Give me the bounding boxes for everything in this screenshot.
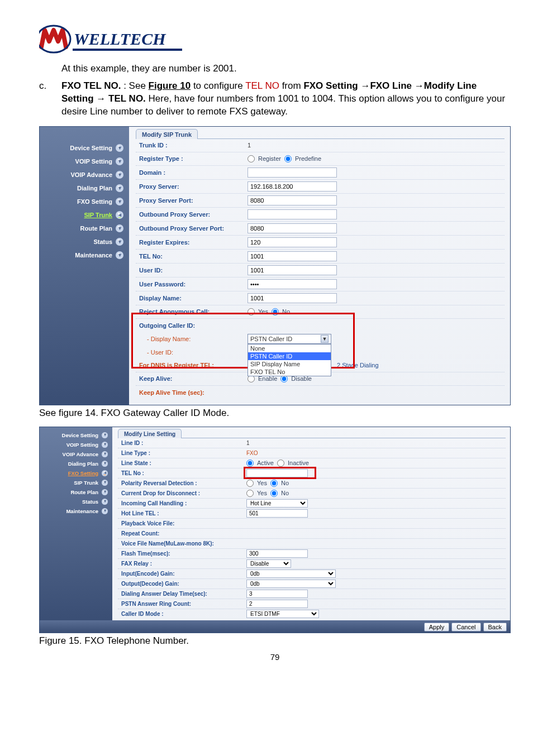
expand-icon: ▾ xyxy=(116,144,123,152)
sidebar-item-voip-setting[interactable]: VOIP Setting▾ xyxy=(40,440,112,449)
expand-icon: ▾ xyxy=(102,508,108,514)
sidebar-item-fxo-setting[interactable]: FXO Setting◂ xyxy=(40,468,112,478)
lbl-no: No xyxy=(281,480,289,486)
sidebar-item-voip-setting[interactable]: VOIP Setting▾ xyxy=(40,155,129,168)
input-tel-no[interactable] xyxy=(248,251,337,261)
lbl-reject-anon: Reject Anonymous Call: xyxy=(136,308,248,315)
arrow-2: → xyxy=(415,80,424,91)
input-display-name[interactable] xyxy=(248,293,337,303)
lbl-ob-proxy: Outbound Proxy Server: xyxy=(136,211,248,218)
input-pstnring[interactable] xyxy=(246,600,308,608)
radio-curdrop-no[interactable] xyxy=(270,490,278,497)
input-user-id[interactable] xyxy=(248,265,337,275)
input-ob-proxy[interactable] xyxy=(248,209,337,219)
lbl-vfname: Voice File Name(MuLaw-mono 8K): xyxy=(118,540,246,547)
sidebar-item-sip-trunk[interactable]: SIP Trunk◂ xyxy=(40,208,129,222)
apply-button[interactable]: Apply xyxy=(424,623,450,631)
lbl-tel-no: TEL No : xyxy=(118,470,246,476)
page-number: 79 xyxy=(39,652,511,662)
main-panel: Modify SIP Trunk Trunk ID :1 Register Ty… xyxy=(129,127,510,405)
radio-inactive[interactable] xyxy=(277,460,284,467)
lbl-proxy-server: Proxy Server: xyxy=(136,183,248,190)
select-ingain[interactable]: 0db xyxy=(246,570,336,578)
sidebar-item-label: Status xyxy=(82,499,98,505)
lbl-line-state: Line State : xyxy=(118,460,246,466)
radio-polarity-no[interactable] xyxy=(270,480,278,487)
sidebar-item-route-plan[interactable]: Route Plan▾ xyxy=(40,487,112,497)
radio-polarity-yes[interactable] xyxy=(246,480,254,487)
dropdown-option[interactable]: None xyxy=(248,344,331,352)
radio-reject-yes[interactable] xyxy=(248,308,255,315)
select-sub-display-name[interactable]: PSTN Caller ID▼ None PSTN Caller ID SIP … xyxy=(248,334,331,344)
sidebar-item-label: Route Plan xyxy=(80,225,112,232)
logo-text: WELLTECH xyxy=(74,30,166,48)
back-button[interactable]: Back xyxy=(483,623,507,631)
radio-register[interactable] xyxy=(248,155,255,162)
caption-fig14: See figure 14. FXO Gateway Caller ID Mod… xyxy=(39,408,511,419)
select-cidmode[interactable]: ETSI DTMF xyxy=(246,610,319,618)
tab-modify-line-setting[interactable]: Modify Line Setting xyxy=(118,429,182,438)
sidebar-item-maintenance[interactable]: Maintenance▾ xyxy=(40,506,112,516)
input-flash[interactable] xyxy=(246,549,308,558)
input-ob-port[interactable] xyxy=(248,223,337,233)
input-dadt[interactable] xyxy=(246,590,308,598)
input-hotline[interactable] xyxy=(246,509,308,518)
radio-active[interactable] xyxy=(246,460,254,467)
select-value: PSTN Caller ID xyxy=(250,336,292,342)
fxo-line-bold: FXO Line xyxy=(370,80,412,91)
radio-predefine[interactable] xyxy=(284,155,292,162)
lbl-display-name: Display Name: xyxy=(136,295,248,302)
dropdown-option[interactable]: SIP Display Name xyxy=(248,360,331,368)
sidebar-item-fxo-setting[interactable]: FXO Setting▾ xyxy=(40,195,129,208)
sidebar-item-dialing-plan[interactable]: Dialing Plan▾ xyxy=(40,181,129,195)
sidebar-item-status[interactable]: Status▾ xyxy=(40,235,129,248)
sidebar-item-maintenance[interactable]: Maintenance▾ xyxy=(40,248,129,262)
lbl-ka-time: Keep Alive Time (sec): xyxy=(136,389,248,396)
lbl-line-id: Line ID : xyxy=(118,440,246,446)
radio-curdrop-yes[interactable] xyxy=(246,490,254,497)
list-marker: c. xyxy=(39,80,61,118)
expand-icon: ▾ xyxy=(102,442,108,448)
input-proxy-port[interactable] xyxy=(248,195,337,205)
lbl-radio-predefine: Predefine xyxy=(295,155,321,162)
input-domain[interactable] xyxy=(248,168,337,178)
radio-reject-no[interactable] xyxy=(272,308,279,315)
lbl-tel-no: TEL No: xyxy=(136,253,248,260)
lbl-inactive: Inactive xyxy=(288,460,309,466)
lbl-user-id: User ID: xyxy=(136,267,248,274)
sidebar-item-label: SIP Trunk xyxy=(84,212,112,218)
select-outgain[interactable]: 0db xyxy=(246,580,336,588)
lbl-keep-alive: Keep Alive: xyxy=(136,375,248,382)
expand-icon: ▾ xyxy=(116,157,123,165)
expand-icon: ▾ xyxy=(116,198,123,205)
cancel-button[interactable]: Cancel xyxy=(451,623,480,631)
expand-icon: ▾ xyxy=(102,489,108,495)
input-user-password[interactable] xyxy=(248,279,337,289)
tab-modify-sip-trunk[interactable]: Modify SIP Trunk xyxy=(136,129,198,139)
lbl-ingain: Input(Encode) Gain: xyxy=(118,571,246,577)
select-fax[interactable]: Disable xyxy=(246,559,291,568)
sidebar-item-dialing-plan[interactable]: Dialing Plan▾ xyxy=(40,459,112,468)
sidebar-item-device-setting[interactable]: Device Setting▾ xyxy=(40,430,112,440)
input-proxy[interactable] xyxy=(248,181,337,192)
select-incall[interactable]: Hot Line xyxy=(246,499,308,508)
lbl-no: No xyxy=(281,490,289,496)
lbl-fax: FAX Relay : xyxy=(118,561,246,567)
sidebar-item-device-setting[interactable]: Device Setting▾ xyxy=(40,141,129,155)
lbl-curdrop: Current Drop for Disconnect : xyxy=(118,490,246,496)
lbl-flash: Flash Time(msec): xyxy=(118,551,246,557)
sidebar-item-voip-advance[interactable]: VOIP Advance▾ xyxy=(40,168,129,181)
lbl-dnis: For DNIS is Register TEL: xyxy=(136,362,248,369)
dropdown-option[interactable]: PSTN Caller ID xyxy=(248,352,331,360)
collapse-icon: ◂ xyxy=(116,211,123,219)
expand-icon: ▾ xyxy=(116,251,123,259)
sidebar-item-route-plan[interactable]: Route Plan▾ xyxy=(40,222,129,235)
sidebar-item-sip-trunk[interactable]: SIP Trunk▾ xyxy=(40,478,112,487)
dropdown-option[interactable]: FXO TEL No xyxy=(248,368,331,376)
sidebar: Device Setting▾ VOIP Setting▾ VOIP Advan… xyxy=(40,127,129,405)
sidebar-item-status[interactable]: Status▾ xyxy=(40,497,112,506)
input-tel-no[interactable] xyxy=(246,469,308,477)
sidebar-item-voip-advance[interactable]: VOIP Advance▾ xyxy=(40,449,112,459)
input-reg-expires[interactable] xyxy=(248,237,337,247)
lbl-domain: Domain : xyxy=(136,169,248,176)
